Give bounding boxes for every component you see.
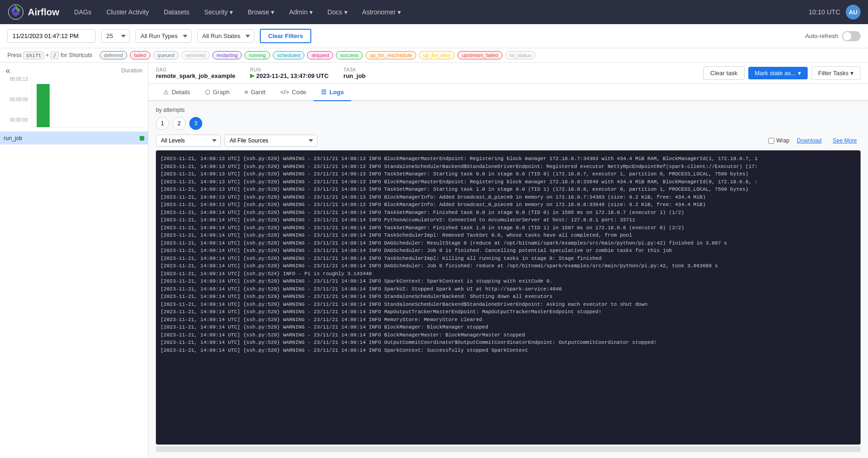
clear-filters-button[interactable]: Clear Filters xyxy=(260,29,311,43)
task-header: DAG remote_spark_job_example Run ▶ 2023-… xyxy=(148,63,868,84)
status-badge-upstream_failed[interactable]: upstream_failed xyxy=(457,51,502,59)
task-name: run_job xyxy=(4,135,138,142)
log-attempts-meta: by attempts xyxy=(156,107,861,113)
count-select[interactable]: 25 50 100 xyxy=(101,29,130,43)
nav-docs[interactable]: Docs ▾ xyxy=(322,6,353,19)
details-icon: ⚠ xyxy=(163,89,169,96)
tab-code[interactable]: </> Code xyxy=(273,84,314,101)
duration-bar xyxy=(37,84,50,127)
status-badge-deferred[interactable]: deferred xyxy=(100,51,127,59)
auto-refresh-toggle[interactable] xyxy=(842,31,861,41)
filter-bar: 25 50 100 All Run Types All Run States C… xyxy=(0,24,868,48)
status-badge-up_for_retry[interactable]: up_for_retry xyxy=(419,51,455,59)
tab-logs[interactable]: ☰ Logs xyxy=(314,84,351,101)
bc-dag-value[interactable]: remote_spark_job_example xyxy=(156,72,235,79)
bc-dag: DAG remote_spark_job_example xyxy=(156,67,235,79)
collapse-sidebar-button[interactable]: « xyxy=(6,66,10,75)
run-type-select[interactable]: All Run Types xyxy=(135,29,192,43)
status-badge-running[interactable]: running xyxy=(244,51,270,59)
mark-state-button[interactable]: Mark state as... ▾ xyxy=(748,67,808,79)
dropdown-arrow-icon: ▾ xyxy=(798,70,801,77)
nav-security[interactable]: Security ▾ xyxy=(199,6,238,19)
tab-details[interactable]: ⚠ Details xyxy=(156,84,198,101)
log-source-select[interactable]: All File Sources xyxy=(225,135,317,147)
duration-header-label: Duration xyxy=(122,67,142,74)
download-button[interactable]: Download xyxy=(793,135,825,146)
attempts-bar: 1 2 3 xyxy=(156,117,861,130)
status-badge-removed[interactable]: removed xyxy=(181,51,210,59)
auto-refresh-area: Auto-refresh xyxy=(805,31,861,41)
duration-section: 00:00:13 00:00:06 00:00:00 xyxy=(0,77,148,131)
by-attempts-label: by attempts xyxy=(156,107,185,113)
status-badge-up_for_reschedule[interactable]: up_for_reschedule xyxy=(366,51,416,59)
sidebar-top: « Duration xyxy=(0,63,148,77)
wrap-checkbox-input[interactable] xyxy=(768,138,774,144)
dur-tick-3: 00:00:00 xyxy=(6,117,30,123)
duration-chart: 00:00:13 00:00:06 00:00:00 xyxy=(6,77,142,128)
nav-astronomer[interactable]: Astronomer ▾ xyxy=(357,6,406,19)
filter-arrow-icon: ▾ xyxy=(850,70,854,77)
logs-icon: ☰ xyxy=(321,89,327,96)
bc-run: Run ▶ 2023-11-21, 13:47:09 UTC xyxy=(250,67,328,79)
log-controls: All Levels All File Sources Wrap Downloa… xyxy=(156,135,861,147)
task-list: run_job xyxy=(0,131,148,145)
status-badge-failed[interactable]: failed xyxy=(130,51,150,59)
attempt-3-button[interactable]: 3 xyxy=(189,117,202,130)
nav-browse[interactable]: Browse ▾ xyxy=(242,6,280,19)
tab-gantt[interactable]: ≡ Gantt xyxy=(237,84,273,101)
nav-cluster-activity[interactable]: Cluster Activity xyxy=(101,6,154,19)
content-area: DAG remote_spark_job_example Run ▶ 2023-… xyxy=(148,63,868,458)
sidebar: « Duration 00:00:13 00:00:06 00:00:00 ru… xyxy=(0,63,148,458)
attempt-2-button[interactable]: 2 xyxy=(173,117,186,130)
task-status-dot xyxy=(140,136,144,141)
graph-icon: ⬡ xyxy=(205,89,210,96)
task-list-item[interactable]: run_job xyxy=(0,132,148,145)
shortcuts-hint: Press shift + / for Shortcuts xyxy=(7,52,92,58)
status-badge-scheduled[interactable]: scheduled xyxy=(273,51,304,59)
task-actions: Clear task Mark state as... ▾ Filter Tas… xyxy=(703,66,861,80)
brand[interactable]: Airflow xyxy=(7,4,59,20)
status-badges-container: deferredfailedqueuedremovedrestartingrun… xyxy=(100,51,536,59)
bc-task: Task run_job xyxy=(343,67,366,79)
auto-refresh-label: Auto-refresh xyxy=(805,32,838,39)
nav-right: 10:10 UTC AU xyxy=(809,5,861,19)
code-icon: </> xyxy=(280,89,289,96)
wrap-label[interactable]: Wrap xyxy=(768,137,789,144)
log-horizontal-scrollbar[interactable] xyxy=(156,446,861,452)
bc-run-value-text: 2023-11-21, 13:47:09 UTC xyxy=(256,72,328,79)
nav-dags[interactable]: DAGs xyxy=(69,6,97,19)
status-badge-skipped[interactable]: skipped xyxy=(307,51,333,59)
clear-task-button[interactable]: Clear task xyxy=(703,66,745,80)
tab-graph[interactable]: ⬡ Graph xyxy=(198,84,237,101)
status-badge-queued[interactable]: queued xyxy=(153,51,179,59)
bc-task-value[interactable]: run_job xyxy=(343,72,366,79)
gantt-icon: ≡ xyxy=(244,89,248,96)
airflow-logo-icon xyxy=(7,4,24,20)
bc-task-label: Task xyxy=(343,67,366,72)
breadcrumb: DAG remote_spark_job_example Run ▶ 2023-… xyxy=(156,67,366,79)
bc-run-value[interactable]: ▶ 2023-11-21, 13:47:09 UTC xyxy=(250,72,328,79)
dur-tick-2: 00:00:06 xyxy=(6,97,30,102)
dur-tick-1: 00:00:13 xyxy=(6,77,30,82)
log-section: by attempts 1 2 3 All Levels All File So… xyxy=(148,101,868,458)
datetime-input[interactable] xyxy=(7,29,96,43)
log-content[interactable]: [2023-11-21, 14:09:13 UTC] {ssh.py:529} … xyxy=(156,150,861,445)
status-badge-success[interactable]: success xyxy=(336,51,363,59)
navbar: Airflow DAGs Cluster Activity Datasets S… xyxy=(0,0,868,24)
status-badge-no_status[interactable]: no_status xyxy=(505,51,536,59)
dur-chart-inner xyxy=(32,77,142,128)
filter-tasks-button[interactable]: Filter Tasks ▾ xyxy=(811,66,861,80)
nav-datasets[interactable]: Datasets xyxy=(158,6,195,19)
bc-run-label: Run xyxy=(250,67,328,72)
run-state-select[interactable]: All Run States xyxy=(197,29,254,43)
main-layout: « Duration 00:00:13 00:00:06 00:00:00 ru… xyxy=(0,63,868,458)
nav-admin[interactable]: Admin ▾ xyxy=(283,6,318,19)
status-badge-restarting[interactable]: restarting xyxy=(212,51,242,59)
shortcuts-bar: Press shift + / for Shortcuts deferredfa… xyxy=(0,48,868,63)
nav-time[interactable]: 10:10 UTC xyxy=(809,8,840,16)
play-icon: ▶ xyxy=(250,72,254,79)
see-more-button[interactable]: See More xyxy=(829,135,861,146)
log-level-select[interactable]: All Levels xyxy=(156,135,221,147)
attempt-1-button[interactable]: 1 xyxy=(156,117,169,130)
avatar[interactable]: AU xyxy=(846,5,861,19)
